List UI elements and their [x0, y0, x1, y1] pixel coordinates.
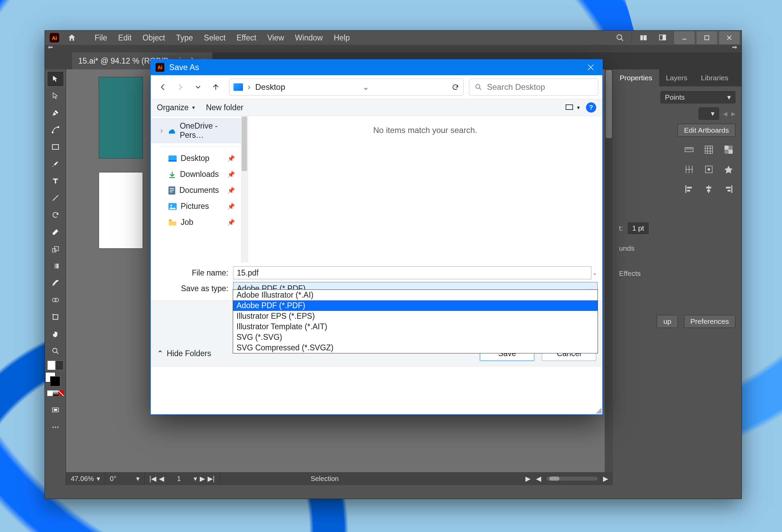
snap-to-pixel-icon[interactable]	[702, 163, 716, 176]
pin-icon[interactable]: 📌	[227, 155, 242, 162]
address-bar[interactable]: › Desktop ⌄	[229, 79, 463, 96]
tree-desktop[interactable]: Desktop📌	[151, 150, 248, 166]
scale-tool-icon[interactable]	[47, 242, 64, 256]
refresh-icon[interactable]	[452, 83, 459, 91]
curvature-tool-icon[interactable]	[47, 122, 64, 137]
hand-tool-icon[interactable]	[47, 327, 64, 342]
breadcrumb-location[interactable]: Desktop	[255, 82, 285, 92]
menu-file[interactable]: File	[89, 31, 113, 45]
type-option-eps[interactable]: Illustrator EPS (*.EPS)	[233, 311, 598, 321]
zoom-level[interactable]: 47.06%▾	[66, 472, 105, 485]
units-dropdown[interactable]: Points▾	[661, 91, 735, 103]
type-option-svgz[interactable]: SVG Compressed (*.SVGZ)	[233, 343, 598, 353]
paintbrush-tool-icon[interactable]	[47, 156, 64, 171]
file-name-dropdown-icon[interactable]: ⌄	[591, 270, 598, 276]
artboard-nav[interactable]: |◀◀1▾▶▶|	[145, 472, 220, 485]
nav-back-icon[interactable]	[155, 79, 170, 95]
menu-type[interactable]: Type	[170, 31, 198, 45]
preferences-button[interactable]: Preferences	[684, 315, 735, 328]
menu-help[interactable]: Help	[328, 31, 355, 45]
tree-onedrive[interactable]: › OneDrive - Pers…	[151, 118, 248, 143]
edit-artboards-button[interactable]: Edit Artboards	[678, 124, 735, 137]
vertical-scrollbar[interactable]	[605, 69, 613, 472]
arrange-documents-icon[interactable]	[634, 31, 653, 45]
resize-grip-icon[interactable]	[596, 408, 602, 414]
view-mode-icon[interactable]: ▼	[565, 104, 581, 111]
expand-right-icon[interactable]	[732, 45, 739, 52]
menu-effect[interactable]: Effect	[231, 31, 262, 45]
menu-view[interactable]: View	[262, 31, 289, 45]
snap-to-grid-icon[interactable]	[682, 163, 696, 176]
maximize-button[interactable]	[697, 31, 717, 44]
type-option-svg[interactable]: SVG (*.SVG)	[233, 332, 598, 343]
color-mode-row[interactable]	[47, 390, 64, 396]
tree-documents[interactable]: Documents📌	[151, 182, 248, 198]
pen-tool-icon[interactable]	[47, 105, 64, 120]
tab-properties[interactable]: Properties	[613, 69, 659, 86]
grid-icon[interactable]	[702, 143, 716, 156]
nav-up-icon[interactable]	[208, 79, 224, 95]
pin-icon[interactable]: 📌	[227, 187, 242, 194]
align-left-icon[interactable]	[682, 182, 696, 196]
type-option-ait[interactable]: Illustrator Template (*.AIT)	[233, 321, 598, 332]
fill-stroke-swatch[interactable]	[47, 372, 64, 387]
gradient-tool-icon[interactable]	[47, 259, 64, 273]
type-option-pdf[interactable]: Adobe PDF (*.PDF)	[233, 300, 598, 311]
horizontal-scrollbar[interactable]: ▶◀▶	[521, 472, 613, 485]
eyedropper-tool-icon[interactable]	[47, 276, 64, 290]
artboard-tool-icon[interactable]	[47, 310, 64, 325]
help-icon[interactable]: ?	[586, 102, 596, 113]
tab-libraries[interactable]: Libraries	[694, 69, 735, 86]
ruler-icon[interactable]	[682, 143, 696, 156]
align-center-icon[interactable]	[702, 182, 716, 196]
type-tool-icon[interactable]	[47, 173, 64, 188]
scale-value-input[interactable]: 1 pt	[628, 222, 649, 234]
home-icon[interactable]	[67, 33, 77, 43]
minimize-button[interactable]	[674, 31, 695, 44]
address-dropdown-icon[interactable]: ⌄	[362, 82, 369, 92]
menu-select[interactable]: Select	[198, 31, 231, 45]
tree-downloads[interactable]: Downloads📌	[151, 166, 248, 182]
direct-selection-tool-icon[interactable]	[47, 88, 64, 103]
transparency-grid-icon[interactable]	[722, 143, 735, 156]
selection-tool-icon[interactable]	[47, 71, 64, 86]
new-folder-button[interactable]: New folder	[206, 103, 243, 112]
zoom-tool-icon[interactable]	[47, 344, 64, 359]
rectangle-tool-icon[interactable]	[47, 139, 64, 154]
eraser-tool-icon[interactable]	[47, 225, 64, 239]
tree-scrollbar[interactable]	[241, 116, 248, 262]
pin-icon[interactable]: 📌	[227, 219, 242, 226]
document-setup-button[interactable]: up	[657, 315, 678, 328]
tree-pictures[interactable]: Pictures📌	[151, 198, 248, 214]
screen-mode-icon[interactable]	[47, 361, 64, 370]
draw-mode-icon[interactable]	[47, 403, 64, 418]
type-option-ai[interactable]: Adobe Illustrator (*.AI)	[233, 290, 598, 300]
menu-window[interactable]: Window	[290, 31, 328, 45]
pin-icon[interactable]: 📌	[227, 171, 242, 178]
edit-toolbar-icon[interactable]	[47, 420, 64, 435]
menu-edit[interactable]: Edit	[113, 31, 137, 45]
dialog-close-button[interactable]	[584, 61, 598, 74]
file-name-input[interactable]	[233, 266, 591, 279]
search-icon[interactable]	[610, 31, 630, 45]
pin-icon[interactable]: 📌	[227, 203, 242, 210]
menu-object[interactable]: Object	[137, 31, 170, 45]
rotate-view[interactable]: 0°▾	[105, 472, 145, 485]
align-right-icon[interactable]	[722, 182, 735, 196]
expand-left-icon[interactable]	[48, 45, 54, 52]
rotate-tool-icon[interactable]	[47, 207, 64, 222]
hide-folders-toggle[interactable]: ⌃Hide Folders	[157, 349, 211, 358]
workspace-switcher-icon[interactable]	[653, 31, 672, 45]
organize-menu[interactable]: Organize▼	[157, 103, 196, 112]
shape-builder-tool-icon[interactable]	[47, 293, 64, 307]
line-segment-tool-icon[interactable]	[47, 190, 64, 205]
snap-to-point-icon[interactable]	[722, 163, 735, 176]
nav-recent-icon[interactable]	[190, 79, 206, 95]
tree-job[interactable]: Job📌	[151, 214, 248, 230]
search-input[interactable]: Search Desktop	[469, 79, 598, 96]
svg-rect-56	[726, 187, 731, 188]
artboard-picker[interactable]: ▾	[699, 107, 719, 120]
tab-layers[interactable]: Layers	[659, 69, 694, 86]
nav-forward-icon[interactable]	[173, 79, 188, 95]
close-button[interactable]	[719, 31, 739, 44]
